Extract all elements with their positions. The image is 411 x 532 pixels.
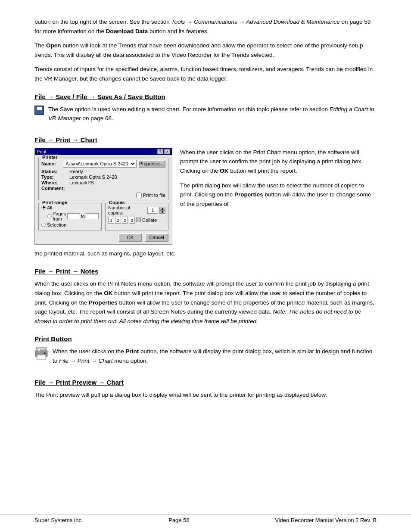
status-value: Ready xyxy=(69,169,165,174)
print-btn-bold-1: Print xyxy=(126,348,139,355)
status-label: Status: xyxy=(41,169,69,174)
printer-name-row: Name: \\zsirvi\Lexmark Optra S 2420 Prop… xyxy=(41,160,165,168)
intro-bold-1: Download Data xyxy=(106,28,148,34)
intro-paragraph-3: Trends consist of inputs for the specifi… xyxy=(34,65,377,83)
copies-spinner: ▲ ▼ xyxy=(159,207,165,214)
type-value: Lexmark Optra S 2420 xyxy=(69,174,165,180)
svg-point-4 xyxy=(44,352,46,354)
selection-radio[interactable] xyxy=(41,223,46,227)
printer-select[interactable]: \\zsirvi\Lexmark Optra S 2420 xyxy=(63,160,137,168)
footer-right: Video Recorder Manual Version 2 Rev. B xyxy=(275,517,377,523)
footer: Super Systems Inc. Page 56 Video Recorde… xyxy=(0,514,411,523)
notes-bold-1: OK xyxy=(104,290,112,296)
save-body-text: The Save option is used when editing a t… xyxy=(48,105,377,123)
print-range-group: Print range All Pages from to xyxy=(38,203,102,230)
pages-radio[interactable] xyxy=(47,214,52,218)
side-text-2: button will print the report. xyxy=(229,168,297,174)
side-bold-1: OK xyxy=(220,168,228,174)
where-value: LexmarkPS xyxy=(69,180,165,185)
print-button-section: When the user clicks on the Print button… xyxy=(34,347,377,369)
dialog-title: Print xyxy=(37,149,47,154)
intro-paragraph-1: button on the top right of the screen. S… xyxy=(34,17,377,36)
section-print-notes-heading: File → Print → Notes xyxy=(34,268,377,275)
intro-text-1c: button and its features. xyxy=(148,28,209,34)
collate-checkbox[interactable] xyxy=(136,218,141,222)
section-print-preview-heading: File → Print Preview → Chart xyxy=(34,379,377,386)
section-print-button-heading: Print Button xyxy=(34,335,377,342)
save-text-2: on page 68. xyxy=(81,115,113,121)
page: button on the top right of the screen. S… xyxy=(0,0,411,532)
print-notes-body: When the user clicks on the Print Notes … xyxy=(34,279,377,326)
collate-icon-2: 2 xyxy=(115,217,121,224)
section-save-heading: File → Save / File → Save As / Save Butt… xyxy=(34,93,377,100)
pages-to-input[interactable] xyxy=(86,213,99,219)
printer-icon-svg xyxy=(34,347,48,360)
to-label: to xyxy=(81,214,85,219)
collate-icon-4: 3 xyxy=(129,217,135,224)
spin-up[interactable]: ▲ xyxy=(159,207,165,210)
print-button-body: When the user clicks on the Print button… xyxy=(53,347,377,365)
selection-label: Selection xyxy=(47,222,66,227)
section-print-chart-heading: File → Print → Chart xyxy=(34,136,377,143)
collate-icon-1: 1 xyxy=(108,217,114,224)
pages-from-input[interactable] xyxy=(67,213,80,219)
print-to-file-label: Print to file xyxy=(143,193,165,198)
properties-button[interactable]: Properties... xyxy=(138,160,165,168)
side-para-2: The print dialog box will allow the user… xyxy=(180,181,377,209)
print-to-file-row: Print to file xyxy=(41,193,165,198)
dialog-buttons: OK Cancel xyxy=(38,233,168,242)
svg-rect-3 xyxy=(38,349,40,351)
intro-paragraph-2: The Open button will look at the Trends … xyxy=(34,41,377,59)
num-copies-label: Number of copies: xyxy=(108,205,146,215)
save-section-content: The Save option is used when editing a t… xyxy=(34,105,377,127)
notes-bold-2: Properties xyxy=(89,299,118,306)
print-btn-text-3: menu option. xyxy=(112,358,148,364)
copies-input[interactable] xyxy=(147,207,158,214)
copies-group: Copies Number of copies: ▲ ▼ 1 xyxy=(105,203,168,230)
dialog-body: Printer Name: \\zsirvi\Lexmark Optra S 2… xyxy=(35,155,172,244)
copies-row: Number of copies: ▲ ▼ xyxy=(108,205,165,215)
print-btn-italic: File → Print → Chart xyxy=(59,358,112,364)
collate-label: Collate xyxy=(142,218,157,223)
footer-left: Super Systems Inc. xyxy=(34,517,83,523)
save-icon xyxy=(34,106,44,115)
pages-row: Pages from to xyxy=(41,211,99,221)
print-btn-text-1: When the user clicks on the xyxy=(53,348,126,355)
all-label: All xyxy=(47,205,52,210)
type-label: Type: xyxy=(41,174,69,180)
svg-rect-2 xyxy=(37,355,46,359)
dialog-titlebar: Print ? × xyxy=(35,148,172,155)
comment-value xyxy=(69,186,165,191)
side-para-1: When the user clicks on the Print Chart … xyxy=(180,148,377,176)
printer-info: Status: Ready Type: Lexmark Optra S 2420… xyxy=(41,169,165,191)
intro-text-2: button will look at the Trends that have… xyxy=(34,42,363,58)
collate-icons: 1 2 2 3 xyxy=(108,217,135,224)
print-to-file-checkbox[interactable] xyxy=(136,193,142,198)
dialog-titlebar-buttons: ? × xyxy=(157,149,170,154)
comment-label: Comment: xyxy=(41,186,69,191)
print-chart-side-text: When the user clicks on the Print Chart … xyxy=(180,148,377,209)
where-label: Where: xyxy=(41,180,69,185)
print-button-icon xyxy=(34,347,48,360)
cancel-button[interactable]: Cancel xyxy=(145,233,168,242)
intro-italic-1: Tools → Communications → Advanced Downlo… xyxy=(171,19,339,25)
collate-icon-3: 2 xyxy=(122,217,128,224)
ok-button[interactable]: OK xyxy=(118,233,142,242)
print-dialog: Print ? × Printer Name: \\zsirvi\Lexmark… xyxy=(34,148,172,245)
pages-label: Pages from xyxy=(53,211,66,221)
name-label: Name: xyxy=(41,161,63,166)
print-preview-body: The Print preview will pull up a dialog … xyxy=(34,390,377,400)
save-text-1: The Save option is used when editing a t… xyxy=(48,106,330,112)
dialog-help-btn[interactable]: ? xyxy=(157,149,163,154)
copies-group-label: Copies xyxy=(108,200,126,205)
print-chart-layout: Print ? × Printer Name: \\zsirvi\Lexmark… xyxy=(34,148,377,245)
all-radio[interactable] xyxy=(41,205,46,210)
all-radio-row: All xyxy=(41,205,99,210)
intro-bold-open: Open xyxy=(46,42,61,49)
range-copies-groups: Print range All Pages from to xyxy=(38,203,168,230)
printer-group: Printer Name: \\zsirvi\Lexmark Optra S 2… xyxy=(38,158,168,200)
spin-down[interactable]: ▼ xyxy=(159,210,165,214)
collate-row: 1 2 2 3 Collate xyxy=(108,217,165,224)
footer-center: Page 56 xyxy=(168,517,189,523)
dialog-close-btn[interactable]: × xyxy=(164,149,170,154)
